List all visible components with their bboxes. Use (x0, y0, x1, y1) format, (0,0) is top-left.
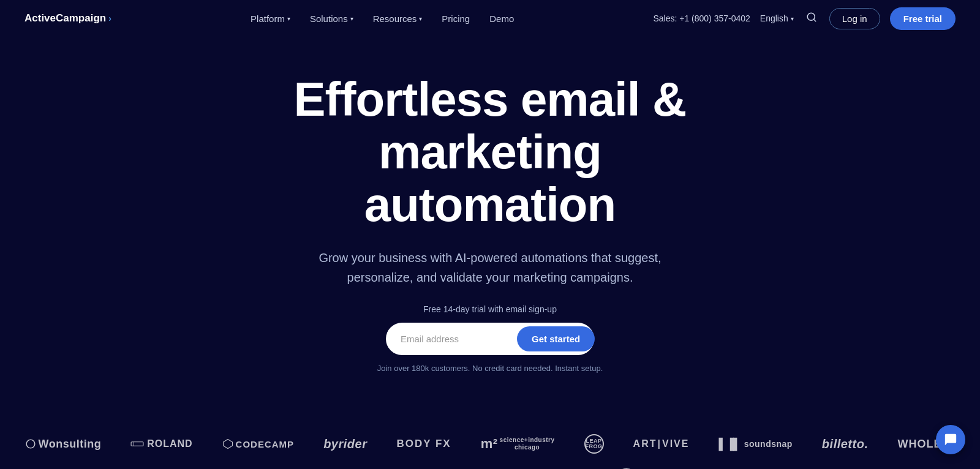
nav-platform[interactable]: Platform ▾ (243, 9, 298, 29)
nav-demo[interactable]: Demo (482, 9, 521, 29)
nav-solutions[interactable]: Solutions ▾ (303, 9, 361, 29)
nav-right: Sales: +1 (800) 357-0402 English ▾ Log i… (653, 7, 956, 30)
email-form: Get started (386, 323, 594, 355)
hero-section: Effortless email & marketing automation … (0, 37, 980, 397)
logo-soundsnap: ▌▐▌soundsnap (718, 438, 792, 451)
chevron-down-icon: ▾ (419, 15, 422, 22)
hero-note: Join over 180k customers. No credit card… (377, 364, 603, 373)
chevron-down-icon: ▾ (287, 15, 290, 22)
svg-line-1 (813, 19, 815, 21)
login-button[interactable]: Log in (829, 8, 880, 29)
nav-links: Platform ▾ Solutions ▾ Resources ▾ Prici… (243, 9, 521, 29)
logo-wonsulting: Wonsulting (25, 438, 102, 451)
chevron-down-icon: ▾ (791, 15, 794, 22)
logo-text: ActiveCampaign (24, 12, 106, 24)
chevron-down-icon: ▾ (350, 15, 353, 22)
logo-codecamp: CODECAMP (222, 438, 295, 449)
logos-row-1: Wonsulting Roland CODECAMP byrider BODY … (24, 434, 956, 454)
logo-roland: Roland (130, 438, 192, 449)
chat-icon (944, 433, 957, 446)
sales-number: Sales: +1 (800) 357-0402 (653, 13, 750, 23)
logo-arrow: › (108, 13, 111, 23)
email-input[interactable] (401, 334, 517, 344)
language-label: English (760, 13, 788, 23)
hero-title: Effortless email & marketing automation (214, 73, 766, 231)
logo-artivive: ART|VIVE (633, 438, 690, 449)
logos-section: Wonsulting Roland CODECAMP byrider BODY … (0, 397, 980, 469)
logo-leapfrog: LEAPFROG (584, 434, 604, 454)
logo-billetto: billetto. (822, 437, 869, 451)
logo-byrider: byrider (323, 437, 367, 451)
logo[interactable]: ActiveCampaign › (24, 12, 111, 24)
chat-button[interactable] (936, 425, 965, 454)
search-icon[interactable] (804, 9, 820, 28)
logo-bodyfx: BODY FX (396, 438, 451, 450)
nav-resources[interactable]: Resources ▾ (366, 9, 430, 29)
logo-msi: m² science+industrychicago (481, 435, 555, 453)
hero-subtitle: Grow your business with AI-powered autom… (306, 248, 674, 287)
svg-marker-4 (223, 440, 232, 449)
get-started-button[interactable]: Get started (517, 326, 595, 351)
navigation: ActiveCampaign › Platform ▾ Solutions ▾ … (0, 0, 980, 37)
nav-pricing[interactable]: Pricing (434, 9, 477, 29)
trial-label: Free 14-day trial with email sign-up (423, 304, 557, 314)
free-trial-button[interactable]: Free trial (890, 7, 956, 30)
language-selector[interactable]: English ▾ (760, 13, 794, 23)
svg-rect-2 (131, 442, 143, 446)
